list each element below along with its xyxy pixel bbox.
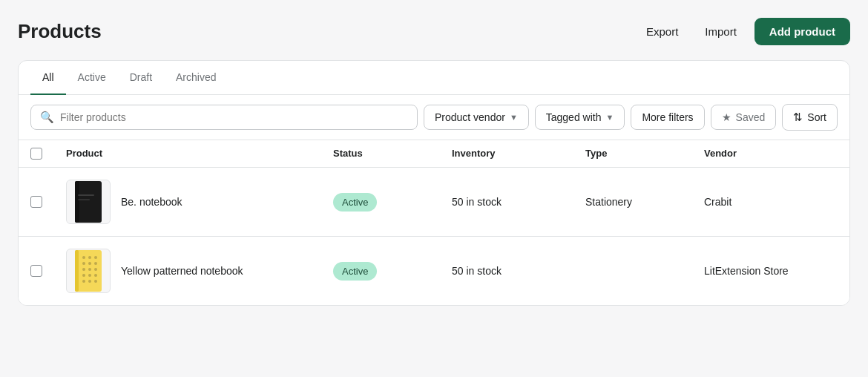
- tabs-bar: All Active Draft Archived: [19, 61, 849, 95]
- tagged-with-filter[interactable]: Tagged with ▼: [535, 105, 625, 130]
- svg-point-16: [88, 274, 91, 277]
- search-box[interactable]: 🔍: [30, 105, 418, 130]
- export-button[interactable]: Export: [637, 19, 687, 44]
- status-cell: Active: [333, 262, 452, 281]
- svg-point-20: [94, 280, 97, 283]
- status-cell: Active: [333, 193, 452, 212]
- tagged-with-label: Tagged with: [546, 111, 602, 123]
- row-checkbox[interactable]: [30, 265, 42, 277]
- vendor-cell: LitExtension Store: [704, 265, 838, 277]
- row-select-col[interactable]: [30, 196, 66, 208]
- inventory-cell: 50 in stock: [452, 196, 585, 208]
- vendor-cell: Crabit: [704, 196, 838, 208]
- sort-icon: ⇅: [793, 111, 803, 124]
- col-header-product: Product: [66, 148, 333, 160]
- col-header-inventory: Inventory: [452, 148, 585, 160]
- svg-point-11: [94, 262, 97, 265]
- notebook1-image: [72, 181, 105, 223]
- notebook2-image: [72, 250, 105, 292]
- product-name: Be. notebook: [121, 196, 183, 208]
- svg-point-18: [82, 280, 85, 283]
- table-row[interactable]: Yellow patterned notebook Active 50 in s…: [19, 237, 849, 305]
- row-checkbox[interactable]: [30, 196, 42, 208]
- filters-row: 🔍 Product vendor ▼ Tagged with ▼ More fi…: [19, 95, 849, 140]
- saved-button[interactable]: ★ Saved: [711, 105, 777, 130]
- product-cell: Yellow patterned notebook: [66, 249, 333, 293]
- more-filters-label: More filters: [642, 111, 693, 123]
- tab-draft[interactable]: Draft: [118, 61, 164, 95]
- products-card: All Active Draft Archived 🔍 Product vend…: [18, 60, 850, 306]
- sort-label: Sort: [807, 111, 826, 123]
- svg-point-17: [94, 274, 97, 277]
- status-badge: Active: [333, 193, 377, 212]
- product-name: Yellow patterned notebook: [121, 265, 243, 277]
- svg-rect-4: [75, 250, 102, 292]
- star-icon: ★: [722, 111, 731, 123]
- svg-point-10: [88, 262, 91, 265]
- import-button[interactable]: Import: [696, 19, 746, 44]
- col-header-status: Status: [333, 148, 452, 160]
- saved-label: Saved: [736, 111, 766, 123]
- add-product-button[interactable]: Add product: [754, 18, 850, 45]
- sort-button[interactable]: ⇅ Sort: [782, 104, 838, 131]
- more-filters-button[interactable]: More filters: [631, 105, 704, 130]
- product-vendor-filter[interactable]: Product vendor ▼: [424, 105, 529, 130]
- svg-rect-2: [78, 194, 94, 196]
- svg-point-7: [88, 256, 91, 259]
- product-thumbnail: [66, 249, 111, 293]
- col-header-vendor: Vendor: [704, 148, 838, 160]
- row-select-col[interactable]: [30, 265, 66, 277]
- svg-rect-5: [75, 250, 79, 292]
- svg-rect-1: [75, 181, 79, 223]
- product-cell: Be. notebook: [66, 180, 333, 224]
- svg-point-14: [94, 268, 97, 271]
- svg-point-15: [82, 274, 85, 277]
- page-header: Products Export Import Add product: [18, 18, 850, 45]
- svg-point-13: [88, 268, 91, 271]
- inventory-cell: 50 in stock: [452, 265, 585, 277]
- chevron-down-icon: ▼: [605, 113, 614, 122]
- search-input[interactable]: [60, 111, 408, 123]
- page-title: Products: [18, 20, 102, 43]
- tab-active[interactable]: Active: [66, 61, 118, 95]
- table-header: Product Status Inventory Type Vendor: [19, 140, 849, 168]
- select-all-checkbox[interactable]: [30, 148, 42, 160]
- tab-all[interactable]: All: [30, 61, 66, 95]
- svg-point-8: [94, 256, 97, 259]
- svg-rect-3: [78, 199, 90, 200]
- svg-point-6: [82, 256, 85, 259]
- tab-archived[interactable]: Archived: [164, 61, 228, 95]
- select-all-col[interactable]: [30, 148, 66, 160]
- chevron-down-icon: ▼: [510, 113, 518, 122]
- svg-point-12: [82, 268, 85, 271]
- type-cell: Stationery: [585, 196, 704, 208]
- product-vendor-label: Product vendor: [435, 111, 505, 123]
- svg-point-9: [82, 262, 85, 265]
- col-header-type: Type: [585, 148, 704, 160]
- table-row[interactable]: Be. notebook Active 50 in stock Statione…: [19, 168, 849, 237]
- product-thumbnail: [66, 180, 111, 224]
- header-actions: Export Import Add product: [637, 18, 850, 45]
- svg-point-19: [88, 280, 91, 283]
- search-icon: 🔍: [40, 111, 54, 124]
- status-badge: Active: [333, 262, 377, 281]
